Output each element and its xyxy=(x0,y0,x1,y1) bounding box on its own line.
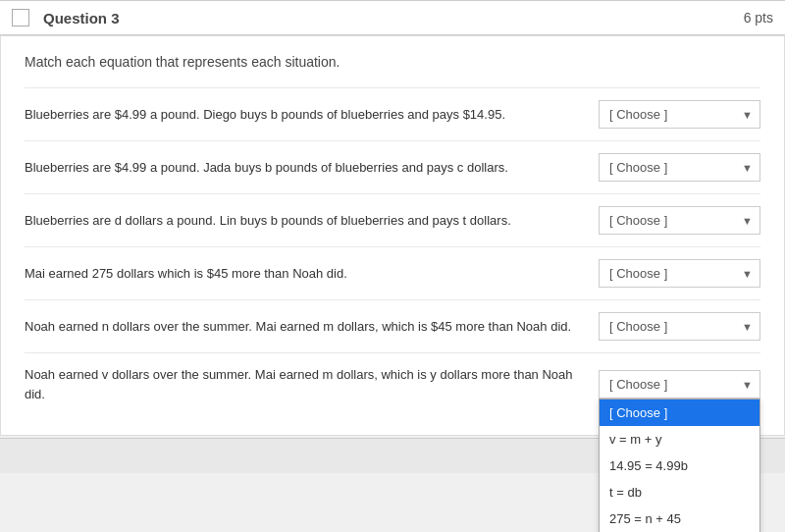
question-title: Question 3 xyxy=(39,10,734,27)
open-row-selected-label: [ Choose ] xyxy=(609,377,667,392)
select-wrapper-4: [ Choose ]v = m + y14.95 = 4.99bt = db27… xyxy=(599,259,760,288)
question-points: 6 pts xyxy=(744,10,773,26)
select-wrapper-2: [ Choose ]v = m + y14.95 = 4.99bt = db27… xyxy=(599,153,760,182)
match-select-5[interactable]: [ Choose ]v = m + y14.95 = 4.99bt = db27… xyxy=(599,312,760,341)
match-text-2: Blueberries are $4.99 a pound. Jada buys… xyxy=(25,158,583,178)
question-checkbox[interactable] xyxy=(12,9,29,27)
match-select-2[interactable]: [ Choose ]v = m + y14.95 = 4.99bt = db27… xyxy=(599,153,760,182)
page-wrapper: Question 3 6 pts Match each equation tha… xyxy=(0,0,785,532)
match-select-4[interactable]: [ Choose ]v = m + y14.95 = 4.99bt = db27… xyxy=(599,259,760,288)
match-text-3: Blueberries are d dollars a pound. Lin b… xyxy=(25,211,583,231)
question-header: Question 3 6 pts xyxy=(0,0,785,35)
open-row-dropdown-container: [ Choose ] ▼ [ Choose ]v = m + y14.95 = … xyxy=(599,370,760,399)
match-row-1: Blueberries are $4.99 a pound. Diego buy… xyxy=(25,87,760,140)
open-row-dropdown-trigger[interactable]: [ Choose ] ▼ xyxy=(599,370,760,399)
match-text-5: Noah earned n dollars over the summer. M… xyxy=(25,317,583,337)
dropdown-list: [ Choose ]v = m + y14.95 = 4.99bt = db27… xyxy=(599,399,760,532)
match-text-1: Blueberries are $4.99 a pound. Diego buy… xyxy=(25,105,583,125)
select-wrapper-1: [ Choose ]v = m + y14.95 = 4.99bt = db27… xyxy=(599,100,760,129)
question-body: Match each equation that represents each… xyxy=(0,35,785,436)
match-text-4: Mai earned 275 dollars which is $45 more… xyxy=(25,264,583,284)
dropdown-item-3[interactable]: t = db xyxy=(600,479,759,505)
match-row-2: Blueberries are $4.99 a pound. Jada buys… xyxy=(25,140,760,193)
match-select-3[interactable]: [ Choose ]v = m + y14.95 = 4.99bt = db27… xyxy=(599,206,760,235)
select-wrapper-3: [ Choose ]v = m + y14.95 = 4.99bt = db27… xyxy=(599,206,760,235)
dropdown-item-4[interactable]: 275 = n + 45 xyxy=(600,505,759,532)
open-dropdown-row: Noah earned v dollars over the summer. M… xyxy=(25,352,760,415)
match-rows-container: Blueberries are $4.99 a pound. Diego buy… xyxy=(25,87,760,352)
match-select-1[interactable]: [ Choose ]v = m + y14.95 = 4.99bt = db27… xyxy=(599,100,760,129)
dropdown-item-1[interactable]: v = m + y xyxy=(600,426,759,452)
match-row-4: Mai earned 275 dollars which is $45 more… xyxy=(25,246,760,299)
dropdown-item-0[interactable]: [ Choose ] xyxy=(600,399,759,426)
question-instructions: Match each equation that represents each… xyxy=(25,54,760,70)
dropdown-arrow-icon: ▼ xyxy=(742,379,753,391)
open-row-text: Noah earned v dollars over the summer. M… xyxy=(25,365,583,403)
select-wrapper-5: [ Choose ]v = m + y14.95 = 4.99bt = db27… xyxy=(599,312,760,341)
match-row-5: Noah earned n dollars over the summer. M… xyxy=(25,299,760,352)
match-row-3: Blueberries are d dollars a pound. Lin b… xyxy=(25,193,760,246)
dropdown-item-2[interactable]: 14.95 = 4.99b xyxy=(600,452,759,479)
